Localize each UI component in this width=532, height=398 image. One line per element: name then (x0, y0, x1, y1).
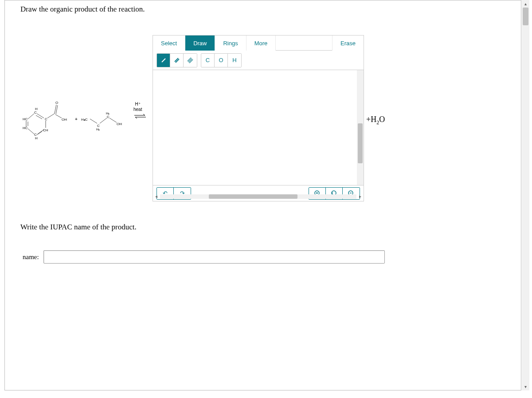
tool-draw[interactable]: Draw (185, 35, 215, 51)
svg-line-31 (110, 118, 117, 122)
equilibrium-arrow-icon (133, 114, 147, 118)
prompt-name: Write the IUPAC name of the product. (20, 223, 137, 232)
svg-line-28 (100, 118, 107, 123)
svg-text:HC: HC (23, 117, 28, 121)
svg-line-35 (162, 59, 165, 62)
page-scroll-thumb[interactable] (523, 8, 528, 25)
svg-line-38 (188, 58, 191, 61)
svg-line-9 (37, 114, 44, 118)
name-input[interactable] (43, 250, 385, 264)
editor-toolbar: Select Draw Rings More Erase (153, 35, 364, 51)
svg-text:H₂: H₂ (106, 112, 110, 115)
svg-text:C: C (45, 117, 47, 121)
reaction-scheme: HC HC H C C C CH H (18, 96, 151, 140)
atom-o[interactable]: O (215, 54, 228, 67)
svg-text:C: C (107, 115, 110, 119)
scroll-down-arrow[interactable]: ▾ (522, 383, 529, 390)
bond-single[interactable] (157, 54, 170, 67)
hscroll-thumb[interactable] (209, 194, 297, 199)
canvas-vertical-scroll-thumb[interactable] (358, 123, 363, 163)
hscroll-right-arrow[interactable]: ▸ (356, 193, 364, 200)
atom-group: C O H (201, 53, 242, 67)
molecule-editor: Select Draw Rings More Erase C O H (153, 35, 364, 201)
atom-h[interactable]: H (228, 54, 241, 67)
scroll-up-arrow[interactable]: ▴ (522, 0, 529, 8)
svg-line-12 (28, 129, 34, 134)
svg-line-40 (189, 59, 193, 63)
reaction-conditions: H⁺ heat (133, 102, 142, 112)
svg-text:HC: HC (23, 126, 28, 130)
condition-heat: heat (133, 107, 142, 112)
canvas-vertical-scrollbar[interactable] (357, 70, 364, 185)
svg-line-19 (56, 105, 58, 114)
svg-line-21 (55, 114, 62, 118)
svg-line-15 (36, 115, 42, 119)
hscroll-left-arrow[interactable]: ◂ (153, 193, 160, 200)
svg-text:H₂: H₂ (96, 128, 100, 131)
name-row: name: (23, 250, 385, 264)
condition-acid: H⁺ (133, 102, 142, 107)
drawing-canvas[interactable] (153, 70, 364, 185)
svg-text:+: + (75, 117, 78, 122)
tool-rings[interactable]: Rings (215, 35, 246, 51)
page-vertical-scrollbar[interactable]: ▴ ▾ (522, 0, 529, 390)
svg-text:C: C (34, 110, 37, 114)
atom-c[interactable]: C (201, 54, 215, 67)
svg-line-16 (37, 131, 42, 135)
tool-more[interactable]: More (246, 35, 276, 51)
svg-line-18 (55, 105, 56, 114)
svg-text:H₃C: H₃C (81, 118, 88, 122)
svg-text:O: O (55, 101, 58, 105)
bond-group (156, 53, 197, 67)
bond-double[interactable] (170, 54, 184, 67)
byproduct-label: +H2O (366, 115, 385, 126)
question-frame: Draw the organic product of the reaction… (4, 0, 521, 390)
svg-line-8 (28, 114, 34, 119)
svg-line-39 (188, 59, 192, 62)
hscroll-track[interactable] (160, 194, 356, 199)
svg-text:H: H (35, 136, 38, 140)
editor-subtoolbar: C O H (153, 51, 364, 70)
tool-select[interactable]: Select (153, 35, 185, 51)
svg-text:OH: OH (117, 122, 122, 126)
svg-text:OH: OH (62, 118, 67, 122)
prompt-draw: Draw the organic product of the reaction… (20, 5, 145, 14)
svg-line-25 (90, 119, 97, 123)
svg-text:CH: CH (43, 128, 48, 132)
name-label: name: (23, 253, 39, 261)
svg-text:C: C (97, 124, 100, 128)
bond-triple[interactable] (184, 54, 197, 67)
canvas-horizontal-scrollbar[interactable]: ◂ ▸ (153, 193, 364, 200)
svg-line-17 (47, 114, 55, 118)
tool-erase[interactable]: Erase (332, 35, 364, 51)
